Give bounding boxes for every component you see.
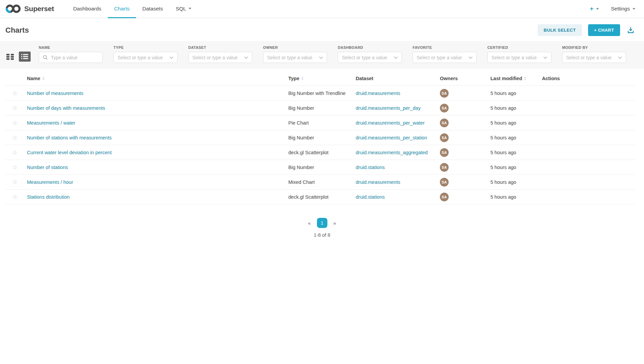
- pagination: « 1 »: [0, 218, 644, 228]
- last-modified-cell: 5 hours ago: [489, 86, 541, 101]
- filter-modified-by: MODIFIED BYSelect or type a value: [562, 45, 626, 63]
- chart-name-link[interactable]: Stations distribution: [27, 194, 70, 200]
- chart-name-link[interactable]: Number of days with measurements: [27, 105, 105, 111]
- dataset-link[interactable]: druid.measurements: [356, 91, 400, 96]
- filter-label: OWNER: [263, 45, 327, 49]
- actions-cell: [541, 160, 635, 175]
- chart-name-link[interactable]: Number of measurements: [27, 91, 84, 96]
- filter-name: NAME: [39, 45, 103, 63]
- column-header-text: Actions: [542, 76, 560, 81]
- chart-type-cell: Big Number: [287, 160, 354, 175]
- chart-name-link[interactable]: Measurements / water: [27, 120, 75, 126]
- superset-logo[interactable]: Superset: [5, 0, 54, 18]
- dataset-link[interactable]: druid.measurements_per_day: [356, 105, 421, 111]
- grid-view-icon: [6, 53, 14, 60]
- pagination-page-1[interactable]: 1: [317, 218, 327, 228]
- column-header-type[interactable]: Type: [287, 71, 354, 86]
- filter-favorite-control[interactable]: Select or type a value: [413, 52, 477, 63]
- select-placeholder: Select or type a value: [118, 55, 167, 60]
- filter-modified-by-control[interactable]: Select or type a value: [562, 52, 626, 63]
- select-placeholder: Select or type a value: [342, 55, 391, 60]
- nav-item-dashboards[interactable]: Dashboards: [67, 0, 108, 18]
- filter-dataset-control[interactable]: Select or type a value: [188, 52, 252, 63]
- sort-icon: [301, 77, 303, 80]
- caret-down-icon: [596, 8, 599, 10]
- view-toggles: [6, 52, 31, 63]
- actions-cell: [541, 115, 635, 130]
- favorite-star-icon[interactable]: ☆: [12, 179, 18, 185]
- actions-cell: [541, 190, 635, 204]
- chart-type-cell: deck.gl Scatterplot: [287, 145, 354, 160]
- column-header-label: Dataset: [356, 76, 437, 81]
- column-header-owners: Owners: [439, 71, 489, 86]
- chart-type-cell: Pie Chart: [287, 115, 354, 130]
- last-modified-cell: 5 hours ago: [489, 160, 541, 175]
- favorite-star-icon[interactable]: ☆: [12, 164, 18, 170]
- chart-name-link[interactable]: Measurements / hour: [27, 179, 73, 185]
- filter-dashboard-control[interactable]: Select or type a value: [338, 52, 402, 63]
- dataset-link[interactable]: druid.measurements_per_water: [356, 120, 425, 126]
- dataset-link[interactable]: druid.measurements_aggregated: [356, 150, 428, 155]
- column-header-dataset: Dataset: [354, 71, 439, 86]
- dataset-link[interactable]: druid.measurements: [356, 179, 400, 185]
- chart-name-link[interactable]: Number of stations with measurements: [27, 135, 111, 140]
- charts-table: NameTypeDatasetOwnersLast modifiedAction…: [5, 71, 635, 204]
- filter-label: DASHBOARD: [338, 45, 402, 49]
- owner-avatar: SA: [440, 193, 449, 201]
- table-header-row: NameTypeDatasetOwnersLast modifiedAction…: [5, 71, 635, 86]
- chart-name-link[interactable]: Current water level deviation in percent: [27, 150, 111, 155]
- favorite-star-icon[interactable]: ☆: [12, 120, 18, 126]
- new-chart-button[interactable]: + CHART: [588, 24, 620, 36]
- filter-label: FAVORITE: [413, 45, 477, 49]
- filter-type-control[interactable]: Select or type a value: [114, 52, 178, 63]
- main-nav: DashboardsChartsDatasetsSQL: [67, 0, 197, 18]
- filter-label: DATASET: [188, 45, 252, 49]
- favorite-star-icon[interactable]: ☆: [12, 194, 18, 200]
- list-view-toggle[interactable]: [19, 52, 31, 62]
- bulk-select-button[interactable]: BULK SELECT: [538, 24, 582, 36]
- last-modified-cell: 5 hours ago: [489, 101, 541, 115]
- card-view-toggle[interactable]: [6, 53, 14, 60]
- filter-name-input[interactable]: [50, 55, 99, 61]
- table-row: ☆Number of measurementsBig Number with T…: [5, 86, 635, 101]
- dataset-link[interactable]: druid.stations: [356, 165, 385, 170]
- filter-owner-control[interactable]: Select or type a value: [263, 52, 327, 63]
- owner-avatar: SA: [440, 133, 449, 142]
- column-header-label: Name: [27, 76, 286, 81]
- new-menu-button[interactable]: +: [590, 5, 599, 12]
- page-header: Charts BULK SELECT + CHART: [0, 18, 644, 41]
- filter-certified-control[interactable]: Select or type a value: [487, 52, 551, 63]
- table-body: ☆Number of measurementsBig Number with T…: [5, 86, 635, 204]
- column-header-name[interactable]: Name: [26, 71, 287, 86]
- nav-item-label: Charts: [114, 6, 130, 12]
- column-header-last-modified[interactable]: Last modified: [489, 71, 541, 86]
- nav-item-charts[interactable]: Charts: [108, 0, 136, 18]
- caret-down-icon: [633, 8, 635, 10]
- plus-icon: +: [590, 5, 593, 12]
- table-row: ☆Number of stations with measurementsBig…: [5, 130, 635, 145]
- chevron-down-icon: [244, 56, 248, 59]
- chevron-down-icon: [319, 56, 323, 59]
- favorite-star-icon[interactable]: ☆: [12, 105, 18, 111]
- filter-favorite: FAVORITESelect or type a value: [413, 45, 477, 63]
- filter-owner: OWNERSelect or type a value: [263, 45, 327, 63]
- pagination-prev-button[interactable]: «: [305, 219, 313, 227]
- pagination-next-button[interactable]: »: [331, 219, 339, 227]
- filter-dataset: DATASETSelect or type a value: [188, 45, 252, 63]
- actions-cell: [541, 101, 635, 115]
- filter-dashboard: DASHBOARDSelect or type a value: [338, 45, 402, 63]
- nav-item-sql[interactable]: SQL: [169, 0, 198, 18]
- filter-bar-filters: NAMETYPESelect or type a valueDATASETSel…: [39, 45, 626, 63]
- favorite-star-icon[interactable]: ☆: [12, 90, 18, 96]
- nav-item-datasets[interactable]: Datasets: [136, 0, 169, 18]
- settings-menu-button[interactable]: Settings: [611, 6, 635, 12]
- chart-name-link[interactable]: Number of stations: [27, 165, 68, 170]
- favorite-star-icon[interactable]: ☆: [12, 150, 18, 156]
- favorite-star-icon[interactable]: ☆: [12, 135, 18, 141]
- import-charts-button[interactable]: [626, 26, 635, 35]
- dataset-link[interactable]: druid.measurements_per_station: [356, 135, 427, 140]
- dataset-link[interactable]: druid.stations: [356, 194, 385, 200]
- select-placeholder: Select or type a value: [417, 55, 466, 60]
- column-header-text: Last modified: [490, 76, 522, 81]
- column-header-actions: Actions: [541, 71, 635, 86]
